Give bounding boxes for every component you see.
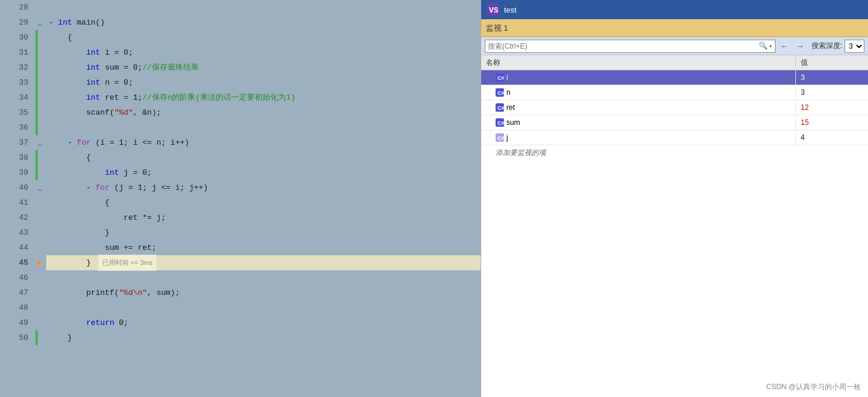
code-line-40: - for (j = 1; j <= i; j++) bbox=[46, 180, 481, 195]
code-line-37: - for (i = 1; i <= n; i++) bbox=[46, 135, 481, 150]
code-line-46 bbox=[46, 270, 481, 285]
search-icon[interactable]: 🔍 bbox=[759, 41, 768, 50]
watch-row-name-i: C# i bbox=[481, 70, 796, 85]
watch-row-val-j: 4 bbox=[796, 130, 868, 145]
col-name-header: 名称 bbox=[481, 55, 796, 70]
svg-text:C#: C# bbox=[497, 135, 504, 141]
code-editor: 28 29 30 31 32 33 34 35 36 37 38 39 40 4… bbox=[0, 0, 481, 397]
watch-var-icon-i: C# bbox=[496, 73, 504, 82]
watch-row-name-sum: C# sum bbox=[481, 115, 796, 130]
watch-row-i[interactable]: C# i 3 bbox=[481, 70, 868, 85]
col-value-header: 值 bbox=[796, 55, 868, 70]
code-line-29: - int main() bbox=[46, 15, 481, 30]
code-line-39: int j = 0; bbox=[46, 165, 481, 180]
collapse-main[interactable]: ⎯ bbox=[33, 15, 46, 30]
watch-row-name-j: C# j bbox=[481, 130, 796, 145]
code-line-28 bbox=[46, 0, 481, 15]
visual-studio-icon: VS bbox=[487, 4, 499, 16]
svg-text:C#: C# bbox=[497, 90, 504, 96]
code-line-32: int sum = 0;//保存最终结果 bbox=[46, 60, 481, 75]
code-line-44: sum += ret; bbox=[46, 240, 481, 255]
code-line-34: int ret = 1;//保存n的阶乘(乘法的话一定要初始化为1) bbox=[46, 90, 481, 105]
watch-var-icon-ret: C# bbox=[496, 103, 504, 112]
watch-row-val-i: 3 bbox=[796, 70, 868, 85]
watch-row-n[interactable]: C# n 3 bbox=[481, 85, 868, 100]
code-line-47: printf("%d\n", sum); bbox=[46, 285, 481, 300]
line-numbers: 28 29 30 31 32 33 34 35 36 37 38 39 40 4… bbox=[0, 0, 33, 397]
code-line-33: int n = 0; bbox=[46, 75, 481, 90]
watch-toolbar: 🔍 ▾ ← → 搜索深度: 3 1 2 4 5 bbox=[481, 37, 868, 55]
watch-header: 监视 1 bbox=[481, 19, 868, 37]
add-watch-hint[interactable]: 添加要监视的项 bbox=[481, 145, 868, 160]
code-line-42: ret *= j; bbox=[46, 210, 481, 225]
watch-row-j[interactable]: C# j 4 bbox=[481, 130, 868, 145]
code-line-41: { bbox=[46, 195, 481, 210]
search-box[interactable]: 🔍 ▾ bbox=[485, 40, 775, 53]
code-lines: - int main() { int i = 0; int sum = 0;//… bbox=[46, 0, 481, 397]
forward-button[interactable]: → bbox=[794, 40, 807, 53]
search-dropdown-icon[interactable]: ▾ bbox=[769, 43, 772, 50]
watch-row-val-n: 3 bbox=[796, 85, 868, 100]
watch-row-sum[interactable]: C# sum 15 bbox=[481, 115, 868, 130]
code-line-35: scanf("%d", &n); bbox=[46, 105, 481, 120]
watch-row-name-ret: C# ret bbox=[481, 100, 796, 115]
watch-col-header: 名称 值 bbox=[481, 55, 868, 70]
svg-text:C#: C# bbox=[497, 120, 504, 126]
watch-var-icon-n: C# bbox=[496, 88, 504, 97]
watch-titlebar: VS test bbox=[481, 0, 868, 19]
watch-var-icon-j: C# bbox=[496, 133, 504, 142]
depth-select[interactable]: 3 1 2 4 5 bbox=[845, 40, 864, 53]
watch-row-name-n: C# n bbox=[481, 85, 796, 100]
back-button[interactable]: ← bbox=[778, 40, 791, 53]
svg-text:C#: C# bbox=[497, 105, 504, 111]
code-line-31: int i = 0; bbox=[46, 45, 481, 60]
watch-table: 名称 值 C# i 3 C# n 3 bbox=[481, 55, 868, 397]
code-line-48 bbox=[46, 300, 481, 315]
svg-text:VS: VS bbox=[489, 6, 499, 15]
collapse-for2[interactable]: ⎯ bbox=[33, 180, 46, 195]
svg-text:C#: C# bbox=[497, 75, 504, 81]
watch-panel: VS test 监视 1 🔍 ▾ ← → 搜索深度: 3 1 2 4 5 名称 … bbox=[481, 0, 868, 397]
collapse-for1[interactable]: ⎯ bbox=[33, 135, 46, 150]
watch-row-val-sum: 15 bbox=[796, 115, 868, 130]
code-line-45: } 已用时间 <= 3ms bbox=[46, 255, 481, 270]
code-line-43: } bbox=[46, 225, 481, 240]
app-title: test bbox=[504, 5, 517, 14]
code-line-38: { bbox=[46, 150, 481, 165]
code-line-30: { bbox=[46, 30, 481, 45]
search-input[interactable] bbox=[488, 42, 757, 50]
watermark: CSDN @认真学习的小周一枚 bbox=[766, 382, 861, 392]
watch-row-ret[interactable]: C# ret 12 bbox=[481, 100, 868, 115]
code-line-36 bbox=[46, 120, 481, 135]
watch-row-val-ret: 12 bbox=[796, 100, 868, 115]
depth-label: 搜索深度: bbox=[812, 41, 842, 51]
gutter: ⎯ ⎯ ⎯ ► bbox=[33, 0, 46, 397]
watch-label: 监视 1 bbox=[486, 23, 508, 34]
code-line-49: return 0; bbox=[46, 315, 481, 330]
code-line-50: } bbox=[46, 330, 481, 345]
watch-var-icon-sum: C# bbox=[496, 118, 504, 127]
